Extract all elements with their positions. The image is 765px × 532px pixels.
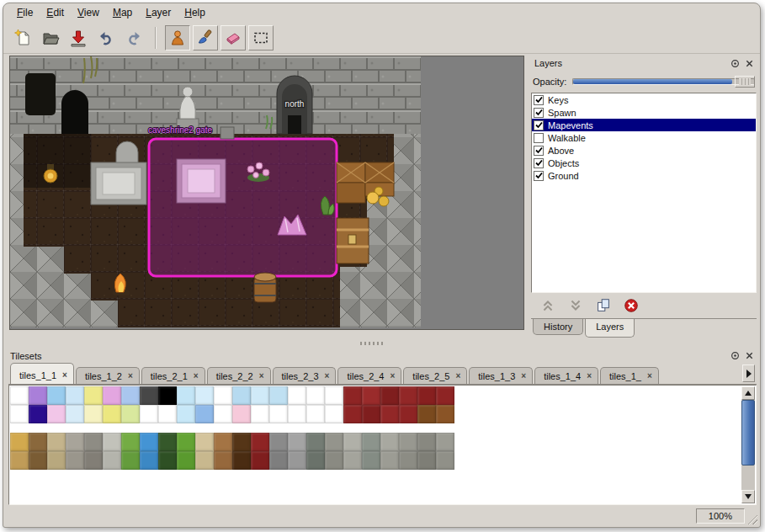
tab-close-icon[interactable]: ×	[455, 372, 460, 380]
tileset-tile[interactable]	[362, 451, 380, 470]
tileset-tile[interactable]	[121, 451, 140, 470]
menu-edit[interactable]: Edit	[40, 4, 71, 21]
tileset-tile[interactable]	[66, 451, 84, 470]
tileset-tile[interactable]	[343, 405, 362, 423]
tileset-tile[interactable]	[47, 386, 66, 405]
brush-tool-button[interactable]	[193, 25, 218, 51]
tab-close-icon[interactable]: ×	[128, 372, 133, 380]
scrollbar-thumb[interactable]	[741, 400, 755, 466]
layer-row-above[interactable]: Above	[532, 144, 756, 157]
tileset-tile[interactable]	[177, 451, 195, 470]
tab-scroll-right-button[interactable]	[742, 364, 755, 382]
menu-help[interactable]: Help	[178, 4, 212, 21]
tileset-tile[interactable]	[288, 433, 306, 451]
tileset-tile[interactable]	[288, 405, 306, 423]
select-tool-button[interactable]	[248, 25, 274, 51]
layer-visible-checkbox[interactable]	[534, 146, 544, 156]
tileset-tile[interactable]	[306, 451, 325, 470]
tileset-tile[interactable]	[399, 405, 417, 423]
tab-close-icon[interactable]: ×	[62, 371, 67, 380]
horizontal-splitter[interactable]	[3, 338, 760, 348]
tileset-tab-tiles_1_4[interactable]: tiles_1_4×	[534, 367, 598, 384]
open-button[interactable]	[38, 25, 63, 51]
tileset-tile[interactable]	[29, 386, 47, 405]
tileset-tile[interactable]	[158, 433, 177, 451]
tileset-tile[interactable]	[140, 386, 158, 405]
tileset-tile[interactable]	[269, 451, 288, 470]
opacity-slider[interactable]	[572, 76, 755, 88]
tileset-tile[interactable]	[214, 451, 232, 470]
tab-history[interactable]: History	[533, 319, 583, 335]
float-panel-button[interactable]	[729, 57, 741, 69]
tab-close-icon[interactable]: ×	[587, 372, 592, 380]
tileset-tile[interactable]	[399, 433, 417, 451]
layer-visible-checkbox[interactable]	[534, 95, 544, 105]
tileset-tile[interactable]	[140, 451, 158, 470]
tab-close-icon[interactable]: ×	[647, 372, 652, 380]
tileset-tile[interactable]	[417, 451, 436, 470]
tileset-tile[interactable]	[29, 451, 47, 470]
tileset-tile[interactable]	[29, 433, 47, 451]
tileset-tile[interactable]	[103, 405, 121, 423]
tileset-tile[interactable]	[10, 451, 29, 470]
tileset-tile[interactable]	[306, 433, 325, 451]
tileset-tab-tiles_2_3[interactable]: tiles_2_3×	[273, 367, 337, 384]
tileset-tab-tiles_2_1[interactable]: tiles_2_1×	[141, 367, 205, 384]
tileset-tile[interactable]	[436, 386, 454, 405]
menu-file[interactable]: File	[10, 4, 40, 21]
tileset-tile[interactable]	[214, 433, 232, 451]
tab-close-icon[interactable]: ×	[194, 372, 199, 380]
tileset-tile[interactable]	[10, 386, 29, 405]
tileset-tile[interactable]	[288, 386, 306, 405]
tileset-tile[interactable]	[103, 451, 121, 470]
tab-close-icon[interactable]: ×	[390, 372, 396, 380]
tileset-tile[interactable]	[66, 405, 84, 423]
tab-close-icon[interactable]: ×	[325, 372, 330, 380]
layer-visible-checkbox[interactable]	[534, 133, 544, 143]
tileset-tile[interactable]	[66, 433, 84, 451]
lower-layer-button[interactable]	[566, 295, 586, 316]
tileset-scrollbar[interactable]	[741, 386, 755, 503]
tileset-tile[interactable]	[399, 386, 417, 405]
tileset-tile[interactable]	[214, 405, 232, 423]
tileset-tile[interactable]	[362, 405, 380, 423]
stamp-tool-button[interactable]	[165, 25, 190, 51]
tileset-tile[interactable]	[251, 433, 269, 451]
tileset-tile[interactable]	[84, 433, 103, 451]
tileset-tile[interactable]	[436, 405, 454, 423]
scroll-down-button[interactable]	[741, 490, 755, 503]
tileset-grid[interactable]	[10, 386, 756, 470]
tileset-tile[interactable]	[84, 451, 103, 470]
layer-visible-checkbox[interactable]	[534, 171, 544, 181]
delete-layer-button[interactable]	[621, 295, 641, 316]
tileset-tile[interactable]	[362, 386, 380, 405]
tileset-tile[interactable]	[269, 386, 288, 405]
tileset-tile[interactable]	[436, 433, 454, 451]
tileset-tile[interactable]	[158, 451, 177, 470]
tileset-tile[interactable]	[325, 386, 343, 405]
tileset-tile[interactable]	[325, 433, 343, 451]
scrollbar-track[interactable]	[741, 466, 755, 490]
tileset-tile[interactable]	[251, 451, 269, 470]
tileset-tile[interactable]	[325, 405, 343, 423]
tileset-tile[interactable]	[10, 433, 29, 451]
raise-layer-button[interactable]	[538, 295, 558, 316]
tileset-tile[interactable]	[417, 386, 436, 405]
tileset-tile[interactable]	[121, 433, 140, 451]
tileset-tab-tiles_2_4[interactable]: tiles_2_4×	[337, 367, 401, 384]
tab-close-icon[interactable]: ×	[521, 372, 526, 380]
layer-visible-checkbox[interactable]	[534, 158, 544, 168]
vertical-splitter[interactable]	[524, 54, 531, 338]
menu-layer[interactable]: Layer	[139, 4, 178, 21]
tileset-tile[interactable]	[362, 433, 380, 451]
layer-visible-checkbox[interactable]	[534, 108, 544, 118]
tileset-tab-tiles_1_2[interactable]: tiles_1_2×	[76, 367, 140, 384]
tileset-tile[interactable]	[195, 451, 214, 470]
tileset-tile[interactable]	[158, 386, 177, 405]
opacity-slider-handle[interactable]	[735, 76, 755, 88]
layer-row-objects[interactable]: Objects	[532, 157, 756, 169]
scroll-up-button[interactable]	[741, 386, 755, 400]
layer-row-walkable[interactable]: Walkable	[532, 131, 756, 144]
layer-row-ground[interactable]: Ground	[532, 169, 756, 182]
tileset-tile[interactable]	[251, 386, 269, 405]
